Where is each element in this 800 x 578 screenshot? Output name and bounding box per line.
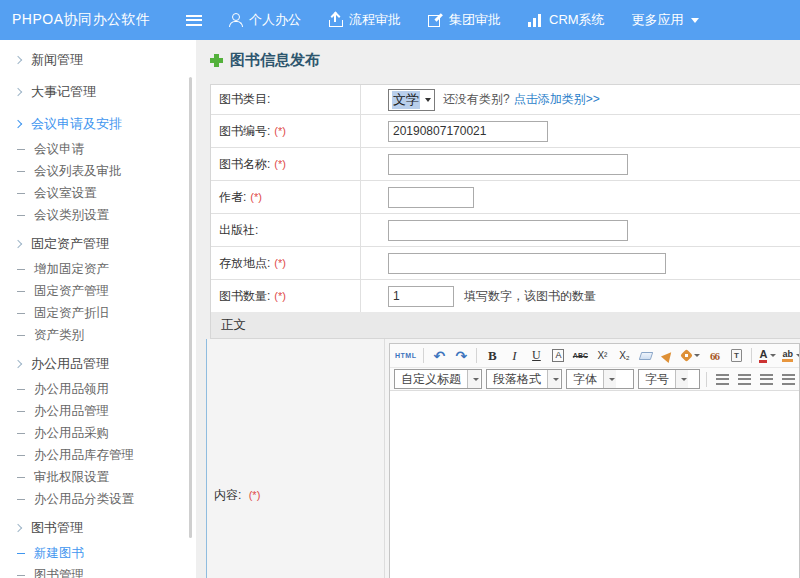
sidebar-item[interactable]: 办公用品领用 (0, 378, 196, 400)
chevron-right-icon (14, 88, 22, 96)
dash-icon (17, 313, 25, 314)
sidebar-item[interactable]: 图书管理 (0, 564, 196, 578)
sidebar-item[interactable]: 新闻管理 (0, 46, 196, 74)
sidebar-item[interactable]: 办公用品管理 (0, 350, 196, 378)
bold-icon[interactable]: B (482, 346, 502, 366)
format-painter-icon[interactable] (680, 346, 702, 366)
dash-icon (17, 335, 25, 336)
workflow-icon (328, 13, 343, 27)
eraser-icon[interactable] (636, 346, 656, 366)
nav-item-user[interactable]: 个人办公 (228, 11, 301, 29)
subscript-icon[interactable]: X₂ (614, 346, 634, 366)
sidebar-item[interactable]: 图书管理 (0, 514, 196, 542)
book-number-input[interactable] (388, 121, 548, 142)
sidebar-menu: 新闻管理大事记管理会议申请及安排会议申请会议列表及审批会议室设置会议类别设置固定… (0, 46, 196, 578)
underline-icon[interactable]: U (526, 346, 546, 366)
form-row-book-name: 图书名称:(*) (211, 148, 800, 181)
main-content: 图书信息发布 图书类目: 文学 还没有类别? 点击添加类别>> 图书编号:(*)… (196, 40, 800, 578)
publisher-input[interactable] (388, 220, 628, 241)
redo-icon[interactable]: ↷ (451, 346, 471, 366)
nav-item-compose[interactable]: 集团审批 (428, 11, 501, 29)
justify-icon[interactable] (778, 369, 798, 389)
font-family-select[interactable]: 字体 (566, 369, 634, 389)
quantity-hint: 填写数字，该图书的数量 (464, 288, 596, 305)
paste-text-icon[interactable]: T (726, 346, 746, 366)
sidebar-item[interactable]: 新建图书 (0, 542, 196, 564)
sidebar-item[interactable]: 大事记管理 (0, 78, 196, 106)
form-row-author: 作者:(*) (211, 181, 800, 214)
sidebar-item[interactable]: 会议申请及安排 (0, 110, 196, 138)
add-icon (210, 54, 223, 67)
sidebar-item[interactable]: 资产类别 (0, 324, 196, 346)
dash-icon (17, 433, 25, 434)
book-name-label: 图书名称:(*) (211, 148, 361, 180)
location-input[interactable] (388, 253, 666, 274)
dash-icon (17, 193, 25, 194)
sidebar-scrollbar[interactable] (189, 77, 192, 538)
sidebar-item[interactable]: 办公用品分类设置 (0, 488, 196, 510)
align-center-icon[interactable] (734, 369, 754, 389)
html-source-button[interactable]: HTML (393, 346, 418, 366)
sidebar-item[interactable]: 办公用品管理 (0, 400, 196, 422)
category-field: 文学 还没有类别? 点击添加类别>> (361, 85, 800, 114)
toolbar-separator (751, 348, 752, 363)
sidebar-item[interactable]: 审批权限设置 (0, 466, 196, 488)
chevron-right-icon (14, 56, 22, 64)
clear-format-icon[interactable] (658, 346, 678, 366)
author-input[interactable] (388, 187, 474, 208)
form-row-publisher: 出版社: (211, 214, 800, 247)
sidebar-item[interactable]: 会议列表及审批 (0, 160, 196, 182)
strikethrough-icon[interactable]: ABC (570, 346, 590, 366)
app-brand: PHPOA协同办公软件 (0, 11, 172, 29)
highlight-color-icon[interactable]: ab (780, 346, 799, 366)
sidebar-item[interactable]: 办公用品采购 (0, 422, 196, 444)
align-left-icon[interactable] (712, 369, 732, 389)
location-label: 存放地点:(*) (211, 247, 361, 279)
sidebar-item[interactable]: 会议类别设置 (0, 204, 196, 226)
book-form: 图书类目: 文学 还没有类别? 点击添加类别>> 图书编号:(*)图书名称:(*… (210, 84, 800, 313)
chevron-right-icon (14, 524, 22, 532)
editor-content-area[interactable] (390, 390, 799, 578)
quantity-input[interactable] (388, 286, 454, 307)
sidebar-item[interactable]: 固定资产管理 (0, 230, 196, 258)
italic-icon[interactable]: I (504, 346, 524, 366)
font-size-select[interactable]: 字号 (638, 369, 700, 389)
nav-item-chart[interactable]: CRM系统 (528, 11, 605, 29)
form-row-quantity: 图书数量:(*)填写数字，该图书的数量 (211, 280, 800, 313)
custom-title-select[interactable]: 自定义标题 (394, 369, 482, 389)
blockquote-icon[interactable]: 66 (704, 346, 724, 366)
chevron-down-icon (473, 378, 479, 381)
dash-icon (17, 215, 25, 216)
sidebar-item[interactable]: 办公用品库存管理 (0, 444, 196, 466)
add-category-link[interactable]: 点击添加类别>> (514, 91, 600, 108)
sidebar-item[interactable]: 固定资产折旧 (0, 302, 196, 324)
nav-item-more-apps[interactable]: 更多应用 (632, 11, 699, 29)
form-row-category: 图书类目: 文学 还没有类别? 点击添加类别>> (211, 85, 800, 115)
editor-toolbar-row-1: HTML↶↷BIUAABCX²X₂66TAab (390, 344, 799, 367)
nav-item-workflow[interactable]: 流程审批 (328, 11, 401, 29)
book-name-input[interactable] (388, 154, 628, 175)
section-header-body: 正文 (210, 312, 800, 339)
paragraph-format-select[interactable]: 段落格式 (486, 369, 562, 389)
menu-toggle-icon[interactable] (186, 15, 202, 26)
undo-icon[interactable]: ↶ (429, 346, 449, 366)
sidebar-item[interactable]: 会议申请 (0, 138, 196, 160)
align-right-icon[interactable] (756, 369, 776, 389)
sidebar: 新闻管理大事记管理会议申请及安排会议申请会议列表及审批会议室设置会议类别设置固定… (0, 40, 196, 578)
sidebar-item[interactable]: 会议室设置 (0, 182, 196, 204)
superscript-icon[interactable]: X² (592, 346, 612, 366)
dash-icon (17, 411, 25, 412)
sidebar-item[interactable]: 增加固定资产 (0, 258, 196, 280)
chart-icon (528, 13, 543, 27)
editor-toolbar-row-2: 自定义标题段落格式字体字号 (390, 367, 799, 390)
category-select[interactable]: 文学 (388, 89, 435, 111)
content-label-cell: 内容: (*) (207, 339, 385, 578)
category-select-value: 文学 (392, 91, 420, 109)
top-bar: PHPOA协同办公软件 个人办公流程审批集团审批CRM系统更多应用 (0, 0, 800, 40)
sidebar-item[interactable]: 固定资产管理 (0, 280, 196, 302)
font-style-icon[interactable]: A (548, 346, 568, 366)
page-title-text: 图书信息发布 (230, 51, 320, 70)
dash-icon (17, 149, 25, 150)
dash-icon (17, 389, 25, 390)
font-color-icon[interactable]: A (757, 346, 778, 366)
